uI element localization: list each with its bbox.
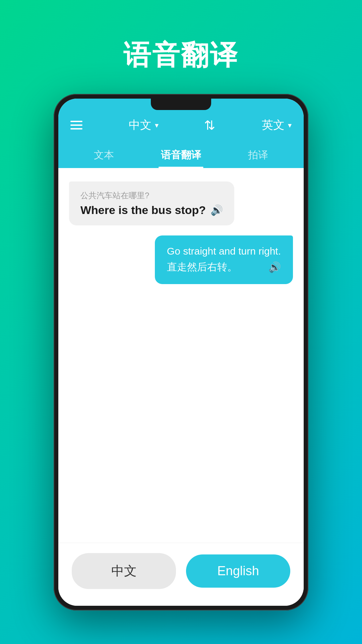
target-lang-label: 英文 [262,117,285,133]
bottom-bar: 中文 English [58,543,304,606]
english-button[interactable]: English [186,554,290,588]
bubble-right-line1: Go straight and turn right. [167,246,281,257]
sound-icon-left[interactable]: 🔊 [210,204,223,216]
swap-button[interactable]: ⇄ [203,120,218,130]
source-lang-selector[interactable]: 中文 ▾ [129,117,159,133]
source-lang-label: 中文 [129,117,152,133]
phone-inner: 中文 ▾ ⇄ 英文 ▾ 文本 语音翻译 拍译 公共汽车站在哪里? [58,99,304,606]
phone-frame: 中文 ▾ ⇄ 英文 ▾ 文本 语音翻译 拍译 公共汽车站在哪里? [54,94,308,610]
bubble-small-text: 公共汽车站在哪里? [80,190,223,201]
tab-photo[interactable]: 拍译 [240,142,276,168]
tabs-bar: 文本 语音翻译 拍译 [70,142,292,168]
bubble-right-line2: 直走然后右转。 🔊 [167,260,281,274]
phone-notch [151,99,211,110]
chat-area: 公共汽车站在哪里? Where is the bus stop? 🔊 Go st… [58,168,304,543]
menu-button[interactable] [70,121,82,129]
bubble-main-text: Where is the bus stop? 🔊 [80,204,223,217]
tab-voice[interactable]: 语音翻译 [153,142,209,168]
page-title-text: 语音翻译 [123,37,239,74]
bubble-left: 公共汽车站在哪里? Where is the bus stop? 🔊 [69,181,234,225]
message-right-text: 直走然后右转。 [167,260,237,274]
message-left: 公共汽车站在哪里? Where is the bus stop? 🔊 [69,181,234,225]
target-lang-chevron-icon: ▾ [288,121,292,130]
source-lang-chevron-icon: ▾ [155,121,159,130]
tab-text[interactable]: 文本 [86,142,122,168]
bubble-right: Go straight and turn right. 直走然后右转。 🔊 [155,235,293,284]
message-right: Go straight and turn right. 直走然后右转。 🔊 [155,235,293,284]
message-left-text: Where is the bus stop? [80,204,206,217]
chinese-button[interactable]: 中文 [72,553,176,589]
sound-icon-right[interactable]: 🔊 [268,261,281,273]
target-lang-selector[interactable]: 英文 ▾ [262,117,292,133]
